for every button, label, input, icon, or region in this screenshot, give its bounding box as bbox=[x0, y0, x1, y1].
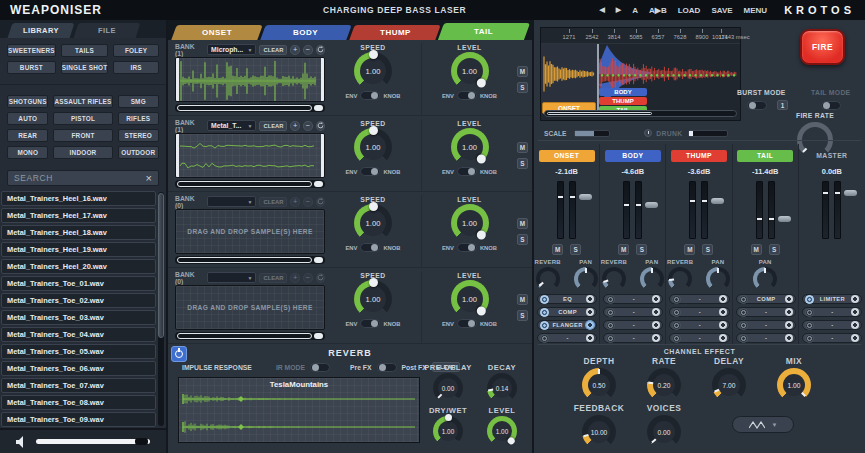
tab-library[interactable]: LIBRARY bbox=[8, 23, 75, 38]
fx-slot[interactable]: EQ bbox=[537, 294, 597, 304]
filter-mono[interactable]: MONO bbox=[7, 146, 48, 159]
power-icon[interactable] bbox=[672, 334, 681, 343]
gear-icon[interactable] bbox=[719, 321, 727, 329]
solo-button[interactable]: S bbox=[702, 244, 713, 255]
reverb-send-knob[interactable] bbox=[668, 267, 692, 291]
gear-icon[interactable] bbox=[652, 321, 660, 329]
timeline-display[interactable]: 1271 2542 3814 5085 6357 7628 8900 10171… bbox=[540, 27, 741, 121]
clear-bank-button[interactable]: CLEAR bbox=[259, 45, 287, 55]
ab-compare-button[interactable]: A▶B bbox=[649, 6, 667, 15]
power-icon[interactable] bbox=[540, 334, 549, 343]
drunk-knob-icon[interactable] bbox=[644, 129, 652, 137]
solo-button[interactable]: S bbox=[769, 244, 780, 255]
gear-icon[interactable] bbox=[586, 308, 594, 316]
tab-thump[interactable]: THUMP bbox=[349, 25, 440, 40]
fx-slot[interactable]: - bbox=[736, 320, 796, 330]
tab-onset[interactable]: ONSET bbox=[171, 25, 262, 40]
list-item[interactable]: Metal_Trainers_Heel_18.wav bbox=[1, 225, 156, 240]
fx-slot[interactable]: - bbox=[802, 307, 862, 317]
preview-volume-slider[interactable] bbox=[36, 439, 150, 444]
pre-delay-knob[interactable]: 0.00 bbox=[433, 373, 463, 403]
fx-slot[interactable]: - bbox=[603, 294, 663, 304]
channel-fader[interactable] bbox=[557, 181, 576, 239]
fire-button[interactable]: FIRE bbox=[800, 29, 845, 65]
tail-mode-toggle[interactable] bbox=[821, 101, 841, 110]
list-item[interactable]: Metal_Trainers_Heel_20.wav bbox=[1, 259, 156, 274]
list-item[interactable]: Metal_Trainers_Heel_16.wav bbox=[1, 191, 156, 206]
list-item[interactable]: Metal_Trainers_Heel_17.wav bbox=[1, 208, 156, 223]
burst-mode-toggle[interactable] bbox=[747, 101, 767, 110]
mute-button[interactable]: M bbox=[618, 244, 629, 255]
remove-sample-button[interactable]: − bbox=[303, 45, 313, 55]
mute-button[interactable]: M bbox=[517, 218, 528, 229]
volume-slider-thumb[interactable] bbox=[135, 438, 148, 445]
level-knob[interactable]: 1.00 bbox=[451, 280, 489, 318]
level-env-knob-toggle[interactable] bbox=[457, 243, 477, 252]
add-sample-button[interactable]: + bbox=[290, 45, 300, 55]
speed-env-knob-toggle[interactable] bbox=[360, 243, 380, 252]
bank1-waveform[interactable] bbox=[175, 57, 325, 102]
filter-foley[interactable]: FOLEY bbox=[113, 44, 159, 57]
thump-segment-label[interactable]: THUMP bbox=[599, 97, 647, 105]
power-icon[interactable] bbox=[805, 334, 814, 343]
loop-icon[interactable] bbox=[316, 121, 326, 131]
level-knob[interactable]: 1.00 bbox=[451, 52, 489, 90]
power-icon[interactable] bbox=[606, 295, 615, 304]
fx-slot[interactable]: FLANGER bbox=[537, 320, 597, 330]
pre-post-fx-toggle[interactable] bbox=[377, 363, 397, 372]
pan-knob[interactable] bbox=[753, 267, 777, 291]
level-env-knob-toggle[interactable] bbox=[457, 167, 477, 176]
mute-button[interactable]: M bbox=[684, 244, 695, 255]
filter-tails[interactable]: TAILS bbox=[61, 44, 109, 57]
filter-auto[interactable]: AUTO bbox=[7, 112, 48, 125]
list-item[interactable]: Metal_Trainers_Toe_09.wav bbox=[1, 412, 156, 427]
waveform-scrollbar[interactable] bbox=[175, 332, 325, 340]
solo-button[interactable]: S bbox=[517, 310, 528, 321]
loop-icon[interactable] bbox=[316, 273, 326, 283]
add-sample-button[interactable]: + bbox=[290, 197, 300, 207]
add-sample-button[interactable]: + bbox=[290, 273, 300, 283]
power-icon[interactable] bbox=[739, 295, 748, 304]
body-segment-label[interactable]: BODY bbox=[599, 88, 647, 96]
power-icon[interactable] bbox=[540, 295, 549, 304]
rate-knob[interactable]: 0.20 bbox=[647, 368, 681, 402]
filter-stereo[interactable]: STEREO bbox=[118, 129, 160, 142]
waveform-scrollbar[interactable] bbox=[175, 180, 325, 188]
filter-front[interactable]: FRONT bbox=[53, 129, 112, 142]
power-icon[interactable] bbox=[805, 321, 814, 330]
loop-start-handle[interactable] bbox=[176, 58, 179, 101]
mute-button[interactable]: M bbox=[552, 244, 563, 255]
gear-icon[interactable] bbox=[851, 334, 859, 342]
power-icon[interactable] bbox=[805, 308, 814, 317]
fader-handle[interactable] bbox=[844, 190, 857, 196]
remove-sample-button[interactable]: − bbox=[303, 121, 313, 131]
fader-handle[interactable] bbox=[778, 216, 791, 222]
clear-search-icon[interactable]: × bbox=[146, 173, 152, 184]
channel-fader[interactable] bbox=[623, 181, 642, 239]
filter-pistol[interactable]: PISTOL bbox=[53, 112, 112, 125]
fx-slot[interactable]: - bbox=[669, 333, 729, 343]
sample-dropdown[interactable]: ▼ bbox=[207, 196, 256, 207]
list-item[interactable]: Metal_Trainers_Toe_05.wav bbox=[1, 344, 156, 359]
scrollbar-thumb[interactable] bbox=[158, 193, 164, 338]
filter-burst[interactable]: BURST bbox=[7, 61, 56, 74]
loop-end-handle[interactable] bbox=[321, 58, 324, 101]
list-item[interactable]: Metal_Trainers_Toe_08.wav bbox=[1, 395, 156, 410]
lfo-shape-dropdown[interactable]: ▼ bbox=[732, 416, 794, 433]
voices-knob[interactable]: 0.00 bbox=[647, 415, 681, 449]
power-icon[interactable] bbox=[672, 295, 681, 304]
level-knob[interactable]: 1.00 bbox=[451, 204, 489, 242]
pan-knob[interactable] bbox=[706, 267, 730, 291]
fx-slot[interactable]: - bbox=[537, 333, 597, 343]
power-icon[interactable] bbox=[672, 308, 681, 317]
reverb-level-knob[interactable]: 1.00 bbox=[487, 416, 517, 446]
list-item[interactable]: Metal_Trainers_Heel_19.wav bbox=[1, 242, 156, 257]
load-button[interactable]: LOAD bbox=[678, 6, 701, 15]
mute-button[interactable]: M bbox=[517, 66, 528, 77]
power-icon[interactable] bbox=[606, 321, 615, 330]
ir-mode-toggle[interactable] bbox=[310, 363, 330, 372]
power-icon[interactable] bbox=[540, 321, 549, 330]
sample-dropdown[interactable]: Metal_T...▼ bbox=[207, 120, 256, 131]
level-env-knob-toggle[interactable] bbox=[457, 319, 477, 328]
bank4-drop-zone[interactable]: DRAG AND DROP SAMPLE(S) HERE bbox=[175, 285, 325, 330]
